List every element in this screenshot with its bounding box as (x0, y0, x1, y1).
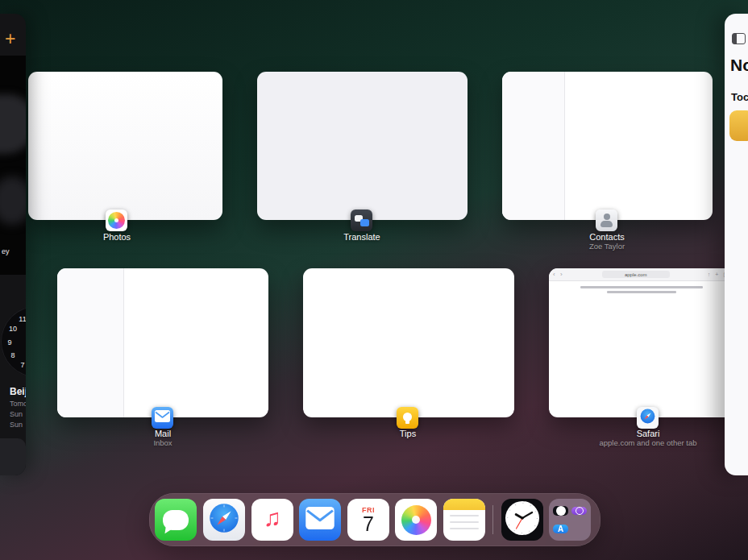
calendar-day: 7 (363, 514, 374, 534)
notes-yellow-band (443, 499, 485, 510)
page-text-line (607, 291, 676, 293)
dock-icon-messages[interactable] (155, 499, 197, 541)
envelope-icon (155, 410, 170, 425)
photos-app-icon[interactable] (106, 209, 127, 231)
music-note-icon: ♫ (264, 506, 282, 530)
new-tab-icon: + (715, 272, 720, 277)
dock-icon-music[interactable]: ♫ (251, 499, 293, 541)
dock-icon-app-library[interactable]: A (549, 499, 591, 541)
mini-clock-icon (553, 506, 568, 516)
map-city-label: ey (2, 247, 10, 255)
app-card-contacts[interactable] (502, 72, 713, 220)
app-card-mail[interactable] (57, 268, 268, 417)
back-forward-icons: ‹ › (553, 271, 564, 278)
card-label-translate: Translate (343, 232, 380, 242)
envelope-icon (305, 507, 335, 533)
notes-line (450, 515, 479, 516)
clock-number: 10 (9, 325, 17, 333)
dock: ♫ FRI 7 (149, 493, 600, 546)
notes-line (450, 521, 479, 523)
map-landmass (0, 176, 26, 225)
clock-number: 11 (19, 315, 26, 323)
mail-sidebar-pane (57, 268, 124, 417)
mini-app-store-icon: A (553, 525, 568, 533)
dock-icon-notes[interactable] (443, 499, 485, 541)
sidebar-toggle-icon[interactable] (732, 33, 746, 44)
clock-app-window-edge[interactable]: + ey 11 10 9 8 7 Beij Tomor Sun Sun (0, 14, 26, 475)
safari-app-icon[interactable] (637, 407, 659, 429)
tips-app-icon[interactable] (397, 407, 418, 429)
dock-icon-clock[interactable] (501, 499, 543, 541)
photos-flower-icon (401, 505, 431, 535)
lightbulb-icon (403, 413, 412, 421)
speech-bubble-icon (163, 510, 189, 530)
dock-divider (492, 505, 493, 534)
card-subtitle-contacts: Zoe Taylor (589, 242, 625, 251)
city-name: Beij (10, 386, 26, 397)
map-landmass (0, 94, 26, 154)
dock-icon-photos[interactable] (395, 499, 437, 541)
add-button[interactable]: + (5, 30, 15, 48)
compass-icon (639, 408, 656, 428)
clock-number: 9 (7, 338, 11, 346)
share-icon: ↑ (708, 272, 713, 277)
city-detail-line: Tomor (10, 400, 26, 408)
dock-icon-calendar[interactable]: FRI 7 (347, 499, 389, 541)
card-label-safari: Safari (637, 429, 660, 438)
mini-podcasts-icon (571, 507, 587, 515)
card-label-mail: Mail (155, 429, 171, 438)
panel-section-label: Toc (731, 91, 748, 103)
url-field: apple.com (602, 271, 670, 278)
card-label-photos: Photos (103, 232, 131, 242)
person-silhouette-icon (596, 214, 617, 227)
page-text-line (580, 286, 703, 288)
world-map: ey (0, 56, 26, 275)
card-label-contacts: Contacts (589, 232, 624, 242)
card-subtitle-mail: Inbox (153, 438, 172, 447)
city-detail-line: Sun (10, 421, 23, 429)
notes-line (450, 528, 479, 529)
clock-number: 7 (20, 361, 24, 369)
app-card-safari[interactable]: ‹ › apple.com ↑ + ▢ (549, 268, 734, 417)
clock-face-icon (504, 500, 541, 540)
panel-title: No (730, 56, 748, 75)
forward-icon: › (560, 271, 564, 278)
dock-icon-safari[interactable] (203, 499, 245, 541)
notes-app-window-edge[interactable]: No Toc (725, 14, 748, 475)
folder-icon[interactable] (729, 110, 748, 141)
translate-bubble-icon (360, 219, 369, 226)
photos-flower-icon (108, 212, 125, 229)
clock-number: 8 (10, 351, 15, 359)
city-detail-line: Sun (10, 410, 23, 418)
list-row (0, 438, 26, 475)
card-label-tips: Tips (400, 429, 416, 438)
card-subtitle-safari: apple.com and one other tab (600, 438, 697, 447)
translate-app-icon[interactable] (351, 209, 372, 231)
app-card-tips[interactable] (303, 268, 514, 417)
mail-app-icon[interactable] (152, 407, 173, 429)
contacts-app-icon[interactable] (596, 209, 617, 231)
app-card-translate[interactable] (257, 72, 468, 220)
safari-preview-toolbar: ‹ › apple.com ↑ + ▢ (549, 268, 734, 281)
compass-icon (206, 500, 242, 539)
dock-icon-mail[interactable] (299, 499, 341, 541)
contacts-sidebar-pane (502, 72, 565, 220)
back-icon: ‹ (553, 271, 557, 278)
app-switcher-screen: ‹ › apple.com ↑ + ▢ (0, 0, 748, 560)
app-card-photos[interactable] (28, 72, 222, 220)
